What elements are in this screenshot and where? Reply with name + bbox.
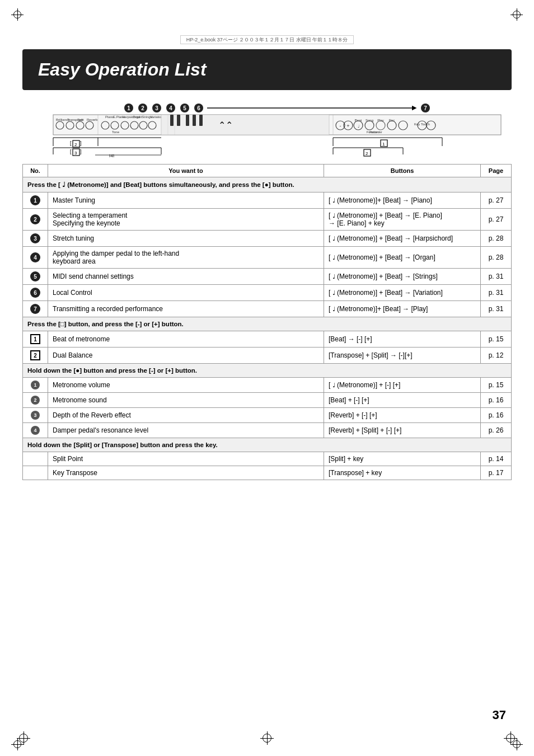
table-row: 5 MIDI send channel settings [ ♩ (Metron… <box>23 269 512 285</box>
svg-text:7: 7 <box>424 105 427 111</box>
s4-row1-page: p. 14 <box>481 452 512 466</box>
svg-text:6: 6 <box>197 105 200 111</box>
svg-text:2: 2 <box>141 105 144 111</box>
table-row: 2 Selecting a temperamentSpecifying the … <box>23 209 512 231</box>
svg-text:+: + <box>346 123 349 129</box>
row3-page: p. 28 <box>481 231 512 247</box>
s4-row2-desc: Key Transpose <box>48 466 324 480</box>
s4-row1-no <box>23 452 48 466</box>
badge-6: 6 <box>30 288 40 298</box>
table-row: 2 Dual Balance [Transpose] + [Split] → [… <box>23 348 512 364</box>
row5-buttons: [ ♩ (Metronome)] + [Beat] → [Strings] <box>324 269 481 285</box>
row4-buttons: [ ♩ (Metronome)] + [Beat] → [Organ] <box>324 247 481 269</box>
keyboard-svg: 1 2 3 4 5 6 7 Brilliance <box>22 101 509 157</box>
s3-row2-no: 2 <box>23 393 48 408</box>
row6-desc: Local Control <box>48 285 324 301</box>
row2-page: p. 27 <box>481 209 512 231</box>
section3-label: Hold down the [●] button and press the [… <box>23 364 512 378</box>
s2-row2-no: 2 <box>23 348 48 364</box>
row3-buttons: [ ♩ (Metronome)] + [Beat] → [Harpsichord… <box>324 231 481 247</box>
table-row: 7 Transmitting a recorded performance [ … <box>23 301 512 317</box>
badge-4: 4 <box>30 252 40 262</box>
s4-row2-no <box>23 466 48 480</box>
svg-text:Rec: Rec <box>389 119 395 122</box>
section2-label: Press the [□] button, and press the [-] … <box>23 317 512 331</box>
svg-text:Play: Play <box>377 119 384 122</box>
s4-row2-page: p. 17 <box>481 466 512 480</box>
row3-no: 3 <box>23 231 48 247</box>
col-header-page: Page <box>481 165 512 177</box>
section1-header: Press the [ ♩ (Metronome)] and [Beat] bu… <box>23 177 512 192</box>
row5-desc: MIDI send channel settings <box>48 269 324 285</box>
svg-text:1: 1 <box>382 142 385 147</box>
badge-3: 3 <box>30 233 40 243</box>
row4-desc: Applying the damper pedal to the left-ha… <box>48 247 324 269</box>
table-row: 1 Master Tuning [ ♩ (Metronome)]+ [Beat]… <box>23 192 512 209</box>
reg-mark-br <box>510 738 523 750</box>
row1-no: 1 <box>23 192 48 209</box>
row7-page: p. 31 <box>481 301 512 317</box>
table-row: 3 Stretch tuning [ ♩ (Metronome)] + [Bea… <box>23 231 512 247</box>
col-header-desc: You want to <box>48 165 324 177</box>
badge-5: 5 <box>30 271 40 281</box>
s3-row3-page: p. 16 <box>481 408 512 423</box>
s4-row2-buttons: [Transpose] + key <box>324 466 481 480</box>
svg-text:4: 4 <box>169 105 172 111</box>
table-row: Key Transpose [Transpose] + key p. 17 <box>23 466 512 480</box>
row5-page: p. 31 <box>481 269 512 285</box>
svg-text:Split: Split <box>77 118 84 121</box>
svg-text:1: 1 <box>127 105 130 111</box>
svg-text:]: ] <box>80 140 82 146</box>
s3-row4-desc: Damper pedal's resonance level <box>48 423 324 438</box>
s2-row2-desc: Dual Balance <box>48 348 324 364</box>
col-header-buttons: Buttons <box>324 165 481 177</box>
row4-no: 4 <box>23 247 48 269</box>
s3-row2-buttons: [Beat] + [-] [+] <box>324 393 481 408</box>
sq-badge-1: 1 <box>30 334 40 344</box>
crosshair-bottom-center <box>260 731 274 745</box>
svg-text:[4]: [4] <box>109 153 114 157</box>
svg-text:3: 3 <box>155 105 158 111</box>
s3-row1-buttons: [ ♩ (Metronome)] + [-] [+] <box>324 378 481 393</box>
row1-desc: Master Tuning <box>48 192 324 209</box>
s2-row2-page: p. 12 <box>481 348 512 364</box>
table-row: 3 Depth of the Reverb effect [Reverb] + … <box>23 408 512 423</box>
s3-row4-page: p. 26 <box>481 423 512 438</box>
svg-text:⌃⌃: ⌃⌃ <box>218 120 233 130</box>
svg-text:]: ] <box>80 149 82 154</box>
row6-buttons: [ ♩ (Metronome)] + [Beat] → [Variation] <box>324 285 481 301</box>
s3-row2-desc: Metronome sound <box>48 393 324 408</box>
table-row: Split Point [Split] + key p. 14 <box>23 452 512 466</box>
badge-2: 2 <box>30 214 40 224</box>
svg-text:Tone: Tone <box>112 130 120 134</box>
badge-7: 7 <box>30 304 40 314</box>
keyboard-diagram: 1 2 3 4 5 6 7 Brilliance <box>22 101 512 157</box>
badge-1: 1 <box>30 195 40 205</box>
sm-badge-2: 2 <box>31 396 40 405</box>
s2-row1-buttons: [Beat] → [-] [+] <box>324 331 481 348</box>
top-info-bar: HP-2_e.book 37ページ ２００３年１２月１７日 水曜日 午前１１時８… <box>22 34 512 44</box>
svg-text:Organ: Organ <box>133 115 142 119</box>
svg-rect-42 <box>170 115 174 126</box>
svg-text:-: - <box>340 123 341 129</box>
svg-text:3: 3 <box>74 151 77 156</box>
row7-no: 7 <box>23 301 48 317</box>
section4-header: Hold down the [Split] or [Transpose] but… <box>23 438 512 452</box>
page-container: HP-2_e.book 37ページ ２００３年１２月１７日 水曜日 午前１１時８… <box>0 0 534 756</box>
svg-text:Reverb: Reverb <box>87 118 98 121</box>
sm-badge-1: 1 <box>31 381 40 389</box>
row1-page: p. 27 <box>481 192 512 209</box>
svg-text:[: [ <box>70 149 72 154</box>
s3-row1-desc: Metronome volume <box>48 378 324 393</box>
s3-row4-buttons: [Reverb] + [Split] + [-] [+] <box>324 423 481 438</box>
svg-rect-46 <box>199 115 203 126</box>
row5-no: 5 <box>23 269 48 285</box>
page-number: 37 <box>493 708 506 722</box>
section2-header: Press the [□] button, and press the [-] … <box>23 317 512 331</box>
s3-row3-no: 3 <box>23 408 48 423</box>
svg-text:Function: Function <box>367 130 378 134</box>
reg-mark-bl <box>11 738 24 750</box>
row3-desc: Stretch tuning <box>48 231 324 247</box>
svg-text:♩: ♩ <box>358 124 359 128</box>
reg-mark-tr <box>510 8 523 21</box>
